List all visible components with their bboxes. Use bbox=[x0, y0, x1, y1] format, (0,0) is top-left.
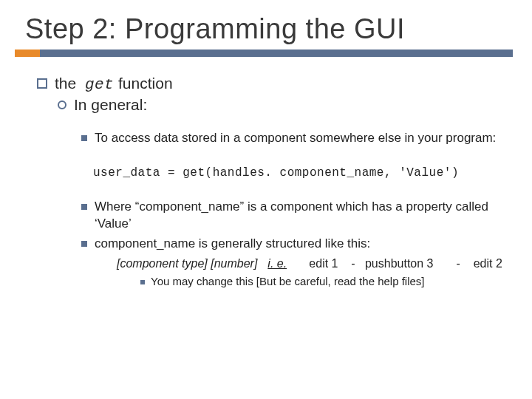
square-bullet-icon bbox=[81, 135, 87, 141]
content-area: the get function In general: To access d… bbox=[0, 63, 532, 287]
horizontal-rule bbox=[40, 50, 513, 57]
l5-text: You may change this [But be careful, rea… bbox=[151, 275, 425, 287]
bullet-l2: In general: bbox=[58, 96, 510, 114]
accent-block bbox=[15, 50, 40, 57]
bullet-l3-where: Where “component_name” is a component wh… bbox=[81, 199, 510, 233]
bullet-l3-access: To access data stored in a component som… bbox=[81, 130, 510, 147]
l1-pre: the bbox=[55, 75, 81, 92]
bullet-l3-structure: component_name is generally structured l… bbox=[81, 236, 510, 253]
slide: Step 2: Programming the GUI the get func… bbox=[0, 0, 532, 399]
l1-fn: get bbox=[85, 76, 114, 93]
l3b-text: Where “component_name” is a component wh… bbox=[95, 199, 510, 233]
tiny-square-bullet-icon bbox=[140, 280, 145, 284]
slide-title: Step 2: Programming the GUI bbox=[0, 0, 532, 50]
l3c-text: component_name is generally structured l… bbox=[95, 236, 370, 253]
format-examples: edit 1 - pushbutton 3 - edit 2 bbox=[293, 257, 502, 270]
ie-label: i. e. bbox=[267, 257, 287, 270]
bullet-l1: the get function bbox=[37, 75, 510, 93]
l1-text: the get function bbox=[55, 75, 173, 93]
open-square-bullet-icon bbox=[37, 78, 47, 89]
l3a-text: To access data stored in a component som… bbox=[95, 130, 496, 147]
format-line: [component type] [number] i. e. edit 1 -… bbox=[117, 257, 510, 270]
code-line: user_data = get(handles. component_name,… bbox=[93, 166, 510, 180]
l2-text: In general: bbox=[74, 96, 147, 114]
square-bullet-icon bbox=[81, 204, 87, 210]
square-bullet-icon bbox=[81, 241, 87, 247]
ring-bullet-icon bbox=[58, 100, 66, 109]
bullet-l5: You may change this [But be careful, rea… bbox=[140, 275, 510, 287]
l1-post: function bbox=[114, 75, 172, 92]
format-pattern: [component type] [number] bbox=[117, 257, 257, 270]
title-rule bbox=[0, 50, 532, 63]
